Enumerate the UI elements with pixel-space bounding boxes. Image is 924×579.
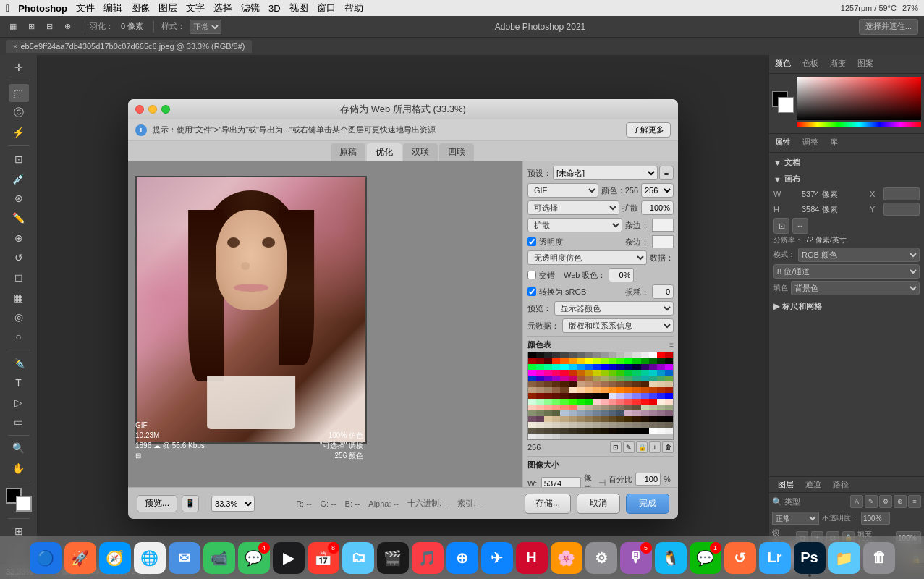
color-cell-99[interactable]: [601, 381, 609, 387]
color-cell-172[interactable]: [609, 405, 616, 410]
color-cell-217[interactable]: [536, 422, 544, 428]
color-cell-57[interactable]: [552, 370, 560, 376]
color-cell-225[interactable]: [601, 422, 609, 428]
color-cell-155[interactable]: [616, 399, 624, 405]
color-cell-14[interactable]: [641, 352, 649, 358]
color-cell-220[interactable]: [560, 422, 568, 428]
layer-filter-btn-5[interactable]: ≡: [908, 495, 921, 508]
canvas-icon-1[interactable]: ⊡: [773, 218, 789, 234]
tool-pen[interactable]: ✒️: [9, 354, 29, 372]
minimize-button[interactable]: [148, 105, 157, 114]
dock-item-lookback[interactable]: ↺: [724, 542, 756, 574]
color-cell-34[interactable]: [657, 358, 665, 364]
color-cell-125[interactable]: [665, 387, 673, 393]
color-cell-147[interactable]: [552, 399, 560, 405]
color-cell-95[interactable]: [569, 381, 577, 387]
layer-filter-btn-4[interactable]: ⊕: [894, 495, 907, 508]
tab-patterns[interactable]: 图案: [852, 55, 879, 73]
color-cell-204[interactable]: [577, 416, 585, 422]
tool-quick-select[interactable]: ⚡: [9, 124, 29, 142]
toolbar-btn-3[interactable]: ⊟: [43, 20, 56, 33]
ct-icon-4[interactable]: +: [649, 441, 661, 453]
tool-hand[interactable]: ✋: [9, 459, 29, 477]
matte-color-swatch[interactable]: [652, 219, 674, 232]
color-cell-151[interactable]: [585, 399, 593, 405]
color-cell-64[interactable]: [609, 370, 616, 376]
preview-select[interactable]: 显示器颜色: [554, 301, 674, 316]
color-cell-9[interactable]: [601, 352, 609, 358]
color-cell-121[interactable]: [632, 387, 640, 393]
tool-gradient[interactable]: ▦: [9, 288, 29, 306]
color-cell-33[interactable]: [649, 358, 657, 364]
color-cell-86[interactable]: [641, 376, 649, 381]
tool-blur[interactable]: ◎: [9, 308, 29, 326]
color-cell-205[interactable]: [585, 416, 593, 422]
layer-filter-btn-3[interactable]: ⚙: [879, 495, 892, 508]
color-cell-174[interactable]: [624, 405, 632, 410]
color-cell-74[interactable]: [544, 376, 552, 381]
color-cell-195[interactable]: [649, 410, 657, 416]
color-cell-24[interactable]: [577, 358, 585, 364]
color-cell-101[interactable]: [616, 381, 624, 387]
color-cell-73[interactable]: [536, 376, 544, 381]
color-cell-254[interactable]: [544, 434, 552, 439]
color-cell-47[interactable]: [616, 364, 624, 370]
tab-swatches[interactable]: 色板: [797, 55, 824, 73]
color-cell-5[interactable]: [569, 352, 577, 358]
color-cell-180[interactable]: [528, 410, 536, 416]
color-cell-63[interactable]: [601, 370, 609, 376]
tool-path-select[interactable]: ▷: [9, 393, 29, 411]
canvas-x-input[interactable]: [883, 187, 920, 200]
tool-eraser[interactable]: ◻: [9, 269, 29, 287]
layer-filter-btn-1[interactable]: A: [850, 495, 863, 508]
color-cell-123[interactable]: [649, 387, 657, 393]
color-cell-163[interactable]: [536, 405, 544, 410]
color-cell-153[interactable]: [601, 399, 609, 405]
color-cell-75[interactable]: [552, 376, 560, 381]
transparency-checkbox[interactable]: [527, 237, 536, 246]
color-cell-230[interactable]: [641, 422, 649, 428]
color-cell-222[interactable]: [577, 422, 585, 428]
color-cell-82[interactable]: [609, 376, 616, 381]
color-cell-104[interactable]: [641, 381, 649, 387]
bg-swatch[interactable]: [778, 97, 794, 113]
color-cell-197[interactable]: [665, 410, 673, 416]
tool-dodge[interactable]: ○: [9, 327, 29, 345]
color-cell-48[interactable]: [624, 364, 632, 370]
color-cell-129[interactable]: [552, 393, 560, 399]
color-cell-201[interactable]: [552, 416, 560, 422]
color-cell-219[interactable]: [552, 422, 560, 428]
dither-select[interactable]: 扩散: [527, 218, 622, 232]
color-cell-58[interactable]: [560, 370, 568, 376]
color-cell-206[interactable]: [593, 416, 601, 422]
color-cell-158[interactable]: [641, 399, 649, 405]
color-cell-120[interactable]: [624, 387, 632, 393]
color-cell-22[interactable]: [560, 358, 568, 364]
style-select[interactable]: 正常: [190, 20, 221, 34]
opacity-input[interactable]: [861, 512, 890, 525]
dock-item-chrome[interactable]: 🌐: [134, 542, 166, 574]
tab-channels[interactable]: 通道: [800, 477, 827, 492]
color-cell-255[interactable]: [552, 434, 560, 439]
color-cell-16[interactable]: [657, 352, 665, 358]
color-cell-15[interactable]: [649, 352, 657, 358]
color-cell-162[interactable]: [528, 405, 536, 410]
color-cell-55[interactable]: [536, 370, 544, 376]
menu-window[interactable]: 窗口: [317, 1, 336, 14]
color-cell-194[interactable]: [641, 410, 649, 416]
color-cell-40[interactable]: [560, 364, 568, 370]
color-cell-183[interactable]: [552, 410, 560, 416]
color-cell-246[interactable]: [624, 428, 632, 434]
color-cell-44[interactable]: [593, 364, 601, 370]
color-cell-245[interactable]: [616, 428, 624, 434]
dither-input[interactable]: [641, 200, 674, 215]
color-cell-157[interactable]: [632, 399, 640, 405]
color-cell-213[interactable]: [649, 416, 657, 422]
metadata-select[interactable]: 版权和联系系信息: [562, 318, 674, 333]
color-cell-154[interactable]: [609, 399, 616, 405]
color-cell-103[interactable]: [632, 381, 640, 387]
file-tab-close[interactable]: ×: [13, 42, 17, 51]
color-cell-229[interactable]: [632, 422, 640, 428]
color-cell-164[interactable]: [544, 405, 552, 410]
tab-properties[interactable]: 属性: [769, 134, 797, 152]
